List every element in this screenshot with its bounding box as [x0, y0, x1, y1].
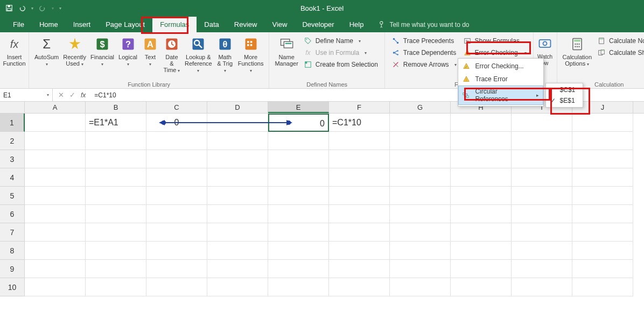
- row-header-2[interactable]: 2: [0, 132, 25, 150]
- cell-j7[interactable]: [572, 223, 633, 242]
- cell-h7[interactable]: [451, 223, 512, 242]
- cell-g10[interactable]: [390, 278, 451, 296]
- col-header-a[interactable]: A: [25, 102, 86, 113]
- name-box[interactable]: E1▾: [0, 89, 53, 101]
- recently-used-button[interactable]: Recently Used ▾: [61, 34, 88, 75]
- cell-f9[interactable]: [329, 260, 390, 278]
- cell-d5[interactable]: [207, 187, 268, 205]
- cell-a2[interactable]: [25, 132, 86, 150]
- cell-e1[interactable]: 0: [268, 114, 329, 132]
- error-checking-button[interactable]: ✓Error Checking ▾: [462, 47, 528, 58]
- cell-e10[interactable]: [268, 278, 329, 296]
- cell-h4[interactable]: [451, 168, 512, 187]
- trace-precedents-button[interactable]: Trace Precedents: [390, 36, 458, 46]
- cell-h8[interactable]: [451, 242, 512, 260]
- cell-a4[interactable]: [25, 168, 86, 187]
- cell-b3[interactable]: [86, 150, 146, 168]
- cell-i8[interactable]: [512, 242, 572, 260]
- cell-h1[interactable]: [451, 114, 512, 132]
- cell-b7[interactable]: [86, 223, 146, 242]
- col-header-c[interactable]: C: [146, 102, 207, 113]
- cell-j6[interactable]: [572, 205, 633, 223]
- cell-d8[interactable]: [207, 242, 268, 260]
- tab-data[interactable]: Data: [197, 17, 226, 32]
- cell-i7[interactable]: [512, 223, 572, 242]
- qat-customize-icon[interactable]: ▾: [59, 6, 61, 11]
- tab-review[interactable]: Review: [227, 17, 265, 32]
- define-name-button[interactable]: Define Name ▾: [303, 36, 379, 46]
- menu-circular-references[interactable]: Circular References▸: [458, 86, 543, 105]
- cell-c8[interactable]: [146, 242, 207, 260]
- cell-g2[interactable]: [390, 132, 451, 150]
- circular-ref-item-2[interactable]: ✓$E$1: [546, 95, 583, 106]
- row-header-7[interactable]: 7: [0, 223, 25, 242]
- cell-c10[interactable]: [146, 278, 207, 296]
- cell-a6[interactable]: [25, 205, 86, 223]
- cell-b5[interactable]: [86, 187, 146, 205]
- cell-e4[interactable]: [268, 168, 329, 187]
- cell-j9[interactable]: [572, 260, 633, 278]
- cell-a9[interactable]: [25, 260, 86, 278]
- cell-b6[interactable]: [86, 205, 146, 223]
- cell-g7[interactable]: [390, 223, 451, 242]
- cell-h3[interactable]: [451, 150, 512, 168]
- redo-icon[interactable]: [39, 4, 46, 12]
- cell-j5[interactable]: [572, 187, 633, 205]
- cell-c9[interactable]: [146, 260, 207, 278]
- cell-b2[interactable]: [86, 132, 146, 150]
- cell-j8[interactable]: [572, 242, 633, 260]
- cell-j1[interactable]: [572, 114, 633, 132]
- name-manager-button[interactable]: Name Manager: [272, 34, 300, 71]
- cell-c5[interactable]: [146, 187, 207, 205]
- cell-h9[interactable]: [451, 260, 512, 278]
- cell-h5[interactable]: [451, 187, 512, 205]
- cell-f10[interactable]: [329, 278, 390, 296]
- date-time-button[interactable]: Date & Time ▾: [161, 34, 183, 75]
- tab-page-layout[interactable]: Page Layout: [98, 17, 152, 32]
- calculate-now-button[interactable]: Calculate Now: [596, 36, 644, 46]
- math-trig-button[interactable]: θMath & Trig ▾: [214, 34, 236, 75]
- cell-g8[interactable]: [390, 242, 451, 260]
- trace-dependents-button[interactable]: Trace Dependents: [390, 47, 458, 58]
- row-header-5[interactable]: 5: [0, 187, 25, 205]
- menu-error-checking[interactable]: ✓Error Checking...: [458, 60, 543, 73]
- cell-g6[interactable]: [390, 205, 451, 223]
- cell-g3[interactable]: [390, 150, 451, 168]
- cell-i3[interactable]: [512, 150, 572, 168]
- undo-icon[interactable]: [18, 4, 26, 12]
- autosum-button[interactable]: ΣAutoSum▾: [32, 34, 61, 75]
- cell-c4[interactable]: [146, 168, 207, 187]
- cancel-formula-icon[interactable]: ✕: [58, 91, 64, 99]
- cell-j4[interactable]: [572, 168, 633, 187]
- cell-f1[interactable]: =C1*10: [329, 114, 390, 132]
- cell-c7[interactable]: [146, 223, 207, 242]
- cell-g4[interactable]: [390, 168, 451, 187]
- cell-f3[interactable]: [329, 150, 390, 168]
- cell-j3[interactable]: [572, 150, 633, 168]
- lookup-reference-button[interactable]: Lookup & Reference ▾: [183, 34, 214, 75]
- cell-g1[interactable]: [390, 114, 451, 132]
- cell-d1[interactable]: [207, 114, 268, 132]
- cell-f8[interactable]: [329, 242, 390, 260]
- redo-dropdown-icon[interactable]: ▾: [52, 6, 54, 11]
- cell-g9[interactable]: [390, 260, 451, 278]
- cell-b4[interactable]: [86, 168, 146, 187]
- cell-f4[interactable]: [329, 168, 390, 187]
- calculation-options-button[interactable]: Calculation Options ▾: [561, 34, 594, 69]
- col-header-d[interactable]: D: [207, 102, 268, 113]
- cell-a5[interactable]: [25, 187, 86, 205]
- cell-b9[interactable]: [86, 260, 146, 278]
- tab-home[interactable]: Home: [32, 17, 66, 32]
- cell-i5[interactable]: [512, 187, 572, 205]
- logical-button[interactable]: ?Logical▾: [116, 34, 139, 75]
- col-header-b[interactable]: B: [86, 102, 146, 113]
- cell-c6[interactable]: [146, 205, 207, 223]
- cell-e8[interactable]: [268, 242, 329, 260]
- cell-f5[interactable]: [329, 187, 390, 205]
- tab-developer[interactable]: Developer: [295, 17, 341, 32]
- cell-c2[interactable]: [146, 132, 207, 150]
- cell-e3[interactable]: [268, 150, 329, 168]
- fx-formula-icon[interactable]: fx: [81, 91, 86, 99]
- tell-me-search[interactable]: Tell me what you want to do: [371, 17, 477, 32]
- name-box-dropdown-icon[interactable]: ▾: [47, 93, 49, 97]
